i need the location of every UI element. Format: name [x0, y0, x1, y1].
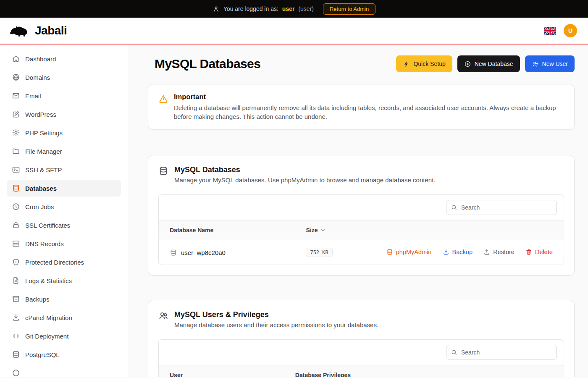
warning-card: Important Deleting a database will perma…: [148, 84, 575, 130]
warning-body: Deleting a database will permanently rem…: [174, 104, 564, 121]
mail-icon: [12, 92, 20, 100]
sidebar-item-cron-jobs[interactable]: Cron Jobs: [7, 198, 121, 215]
column-header-database-name: Database Name: [159, 220, 295, 240]
column-header-user: User: [159, 365, 284, 377]
return-to-admin-button[interactable]: Return to Admin: [323, 3, 375, 15]
databases-section-title: MySQL Databases: [174, 165, 435, 174]
sidebar-item-ssh-sftp[interactable]: SSH & SFTP: [7, 161, 121, 178]
phpmyadmin-link[interactable]: phpMyAdmin: [386, 249, 432, 255]
document-icon: [12, 276, 20, 285]
users-section-subtitle: Manage database users and their access p…: [174, 321, 378, 328]
globe-icon: [12, 73, 20, 81]
user-avatar[interactable]: U: [564, 24, 577, 37]
sidebar-item-label: Email: [25, 92, 41, 100]
backup-link[interactable]: Backup: [443, 249, 472, 255]
column-header-actions: [366, 220, 564, 240]
banner-message: You are logged in as:: [223, 5, 278, 12]
sidebar-item-label: Git Deployment: [25, 333, 68, 340]
databases-table-panel: Database Name Size: [158, 194, 564, 265]
boar-logo-icon: [9, 23, 31, 39]
users-search-input[interactable]: [446, 345, 557, 360]
download-icon: [12, 313, 20, 322]
sidebar-item-label: Backups: [25, 296, 50, 303]
column-header-size[interactable]: Size: [295, 220, 366, 240]
terminal-icon: [12, 165, 20, 174]
databases-section-subtitle: Manage your MySQL databases. Use phpMyAd…: [174, 176, 435, 184]
chevron-down-icon: [320, 227, 326, 233]
clock-icon: [12, 202, 20, 211]
users-card: MySQL Users & Privileges Manage database…: [148, 300, 575, 377]
sidebar-item-partial[interactable]: [7, 365, 121, 377]
impersonation-banner: You are logged in as: user (user) Return…: [0, 0, 588, 18]
sidebar-item-label: PostgreSQL: [25, 351, 60, 358]
user-plus-icon: [532, 60, 539, 68]
users-icon: [158, 311, 168, 321]
sidebar-item-label: Logs & Statistics: [25, 277, 72, 284]
sidebar-item-protected-directories[interactable]: Protected Directories: [7, 254, 121, 270]
sidebar-item-label: SSH & SFTP: [25, 166, 62, 173]
database-name: user_wp8c20a0: [181, 249, 226, 256]
sidebar-item-ssl-certificates[interactable]: SSL Certificates: [7, 217, 121, 234]
plus-circle-icon: [464, 60, 471, 68]
databases-card: MySQL Databases Manage your MySQL databa…: [148, 155, 575, 276]
database-size-badge: 752 KB: [306, 248, 332, 257]
sidebar-item-label: Databases: [25, 185, 57, 192]
banner-role: (user): [298, 5, 314, 12]
lightning-icon: [403, 60, 410, 68]
sidebar-item-git-deployment[interactable]: Git Deployment: [7, 328, 121, 344]
warning-title: Important: [174, 93, 564, 101]
sidebar-item-email[interactable]: Email: [7, 87, 121, 104]
restore-link[interactable]: Restore: [483, 249, 514, 255]
sidebar-item-php-settings[interactable]: PHP Settings: [7, 124, 121, 141]
folder-icon: [12, 147, 20, 155]
users-table-panel: User Database Privileges: [158, 339, 564, 377]
app-header: Jabali U: [0, 18, 588, 45]
arrow-up-tray-icon: [483, 249, 490, 255]
sidebar-item-dashboard[interactable]: Dashboard: [7, 50, 121, 67]
database-icon: [12, 184, 20, 192]
new-database-button[interactable]: New Database: [457, 55, 520, 72]
gear-icon: [12, 129, 20, 137]
sidebar-item-file-manager[interactable]: File Manager: [7, 143, 121, 160]
server-icon: [12, 239, 20, 248]
sidebar-item-domains[interactable]: Domains: [7, 69, 121, 86]
warning-triangle-icon: [158, 94, 168, 104]
brand-name: Jabali: [35, 24, 67, 37]
sidebar-item-logs-statistics[interactable]: Logs & Statistics: [7, 272, 121, 289]
sidebar-item-label: Domains: [25, 74, 50, 81]
sidebar-item-label: Dashboard: [25, 55, 56, 63]
quick-setup-button[interactable]: Quick Setup: [396, 55, 452, 72]
delete-link[interactable]: Delete: [525, 249, 553, 255]
new-user-button[interactable]: New User: [525, 55, 575, 72]
sidebar-item-label: PHP Settings: [25, 129, 63, 136]
lock-icon: [12, 221, 20, 229]
sidebar-item-label: Cron Jobs: [25, 203, 54, 210]
archive-box-icon: [12, 295, 20, 303]
database-icon: [386, 249, 393, 255]
person-icon: [213, 5, 220, 13]
arrow-down-tray-icon: [443, 249, 449, 255]
sidebar-item-backups[interactable]: Backups: [7, 291, 121, 307]
users-table: User Database Privileges: [159, 365, 564, 377]
database-table-row: user_wp8c20a0 752 KB phpMyAdmin: [159, 240, 564, 265]
home-icon: [12, 55, 20, 63]
sidebar-item-label: DNS Records: [25, 240, 64, 247]
search-icon: [451, 349, 457, 356]
trash-icon: [525, 249, 532, 255]
sidebar-item-cpanel-migration[interactable]: cPanel Migration: [7, 309, 121, 326]
users-section-title: MySQL Users & Privileges: [174, 310, 378, 319]
brand[interactable]: Jabali: [9, 23, 67, 39]
code-icon: [12, 332, 20, 340]
sidebar-item-dns-records[interactable]: DNS Records: [7, 235, 121, 252]
sidebar-item-databases[interactable]: Databases: [7, 180, 121, 197]
sidebar-item-wordpress[interactable]: WordPress: [7, 106, 121, 123]
shield-lock-icon: [12, 258, 20, 266]
database-icon: [158, 166, 168, 176]
database-icon: [12, 350, 20, 359]
column-header-database-privileges: Database Privileges: [284, 365, 564, 377]
sidebar-item-postgresql[interactable]: PostgreSQL: [7, 346, 121, 363]
language-flag-uk-icon[interactable]: [544, 27, 556, 35]
databases-search-input[interactable]: [446, 200, 557, 215]
page-title: MySQL Databases: [148, 57, 260, 71]
pencil-square-icon: [12, 110, 20, 118]
